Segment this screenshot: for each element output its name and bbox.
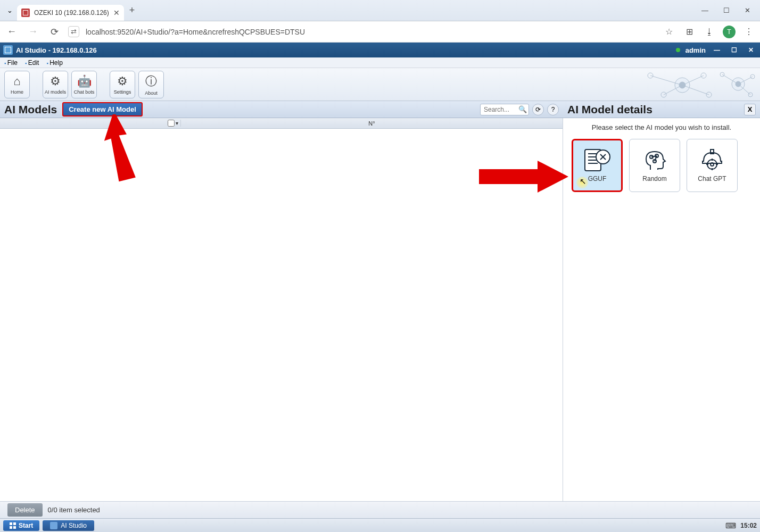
toolbar-about-label: About — [145, 90, 158, 96]
toolbar-settings-label: Settings — [114, 89, 131, 95]
model-card-gguf[interactable]: GGUF ↖ — [572, 139, 623, 192]
delete-button[interactable]: Delete — [7, 503, 43, 517]
details-title: AI Model details — [567, 103, 739, 116]
network-decoration-icon — [634, 69, 757, 100]
profile-avatar[interactable]: T — [723, 26, 736, 38]
toolbar-home-button[interactable]: ⌂ Home — [4, 71, 30, 98]
browser-menu-icon[interactable]: ⋮ — [742, 25, 756, 39]
site-settings-icon[interactable]: ⇄ — [68, 26, 79, 37]
browser-tab[interactable]: OZEKI 10 (192.168.0.126) ✕ — [17, 5, 124, 21]
app-user[interactable]: admin — [685, 46, 706, 54]
model-card-chatgpt[interactable]: Chat GPT — [687, 139, 738, 192]
toolbar-ai-models-button[interactable]: ⚙ AI models — [43, 71, 68, 98]
taskbar-app-ai-studio[interactable]: AI Studio — [43, 520, 94, 531]
svg-marker-36 — [104, 114, 144, 184]
reload-button[interactable]: ⟳ — [47, 24, 62, 39]
selection-status: 0/0 item selected — [48, 506, 100, 514]
app-minimize-icon[interactable]: — — [711, 45, 723, 55]
menu-help[interactable]: Help — [46, 59, 62, 66]
gear-icon: ⚙ — [50, 74, 61, 88]
address-url[interactable]: localhost:9520/AI+Studio/?a=Home&ncrefre… — [86, 28, 656, 36]
svg-marker-37 — [479, 161, 568, 193]
table-header-n: N° — [181, 120, 563, 127]
start-button[interactable]: Start — [3, 520, 39, 531]
taskbar-clock: 15:02 — [740, 522, 757, 529]
toolbar-chat-bots-button[interactable]: 🤖 Chat bots — [71, 71, 97, 98]
tab-favicon — [21, 9, 30, 17]
home-icon: ⌂ — [13, 74, 20, 88]
status-online-icon — [676, 48, 680, 52]
model-card-random[interactable]: Random — [629, 139, 680, 192]
app-maximize-icon[interactable]: ☐ — [728, 45, 740, 55]
new-tab-button[interactable]: + — [129, 5, 135, 16]
gear-hardhat-icon — [699, 148, 725, 172]
page-title: AI Models — [4, 103, 57, 116]
window-maximize-icon[interactable]: ☐ — [723, 6, 730, 14]
model-card-chatgpt-label: Chat GPT — [698, 175, 726, 182]
search-icon[interactable]: 🔍 — [518, 105, 527, 113]
tab-search-dropdown[interactable]: ⌄ — [2, 3, 17, 18]
details-close-button[interactable]: X — [744, 104, 756, 115]
downloads-icon[interactable]: ⭳ — [703, 25, 716, 39]
device-compass-icon — [583, 148, 612, 172]
info-icon: ⓘ — [145, 73, 157, 89]
model-card-gguf-label: GGUF — [588, 175, 607, 182]
app-title: AI Studio - 192.168.0.126 — [16, 46, 97, 54]
start-grid-icon — [10, 522, 16, 529]
extensions-icon[interactable]: ⊞ — [682, 25, 696, 39]
taskbar-app-label: AI Studio — [61, 522, 87, 529]
toolbar-home-label: Home — [11, 89, 23, 95]
svg-point-30 — [707, 160, 717, 169]
refresh-button[interactable]: ⟳ — [532, 104, 544, 115]
details-prompt: Please select the AI model you wish to i… — [572, 123, 751, 131]
tab-title: OZEKI 10 (192.168.0.126) — [34, 9, 109, 16]
toolbar-about-button[interactable]: ⓘ About — [138, 71, 164, 98]
bookmark-star-icon[interactable]: ☆ — [662, 25, 676, 39]
app-close-icon[interactable]: ✕ — [745, 45, 757, 55]
window-minimize-icon[interactable]: — — [701, 6, 708, 14]
menu-file[interactable]: File — [4, 59, 18, 66]
table-body-empty — [0, 129, 563, 501]
tab-close-icon[interactable]: ✕ — [113, 9, 120, 17]
annotation-arrow-create — [104, 114, 173, 189]
settings-icon: ⚙ — [117, 74, 128, 88]
help-button[interactable]: ? — [547, 104, 559, 115]
robot-icon: 🤖 — [77, 74, 92, 88]
cursor-pointer-icon: ↖ — [580, 177, 586, 186]
svg-point-31 — [711, 163, 714, 166]
forward-button[interactable]: → — [26, 24, 40, 39]
chevron-down-icon[interactable]: ▾ — [176, 120, 178, 126]
model-card-random-label: Random — [642, 175, 666, 182]
annotation-arrow-gguf — [479, 157, 569, 200]
taskbar-app-icon — [50, 522, 57, 529]
app-logo-icon — [3, 45, 13, 55]
toolbar-chat-bots-label: Chat bots — [74, 89, 95, 95]
back-button[interactable]: ← — [4, 24, 19, 39]
keyboard-icon[interactable]: ⌨ — [725, 521, 736, 530]
brain-head-icon — [642, 148, 667, 172]
menu-edit[interactable]: Edit — [25, 59, 39, 66]
toolbar-settings-button[interactable]: ⚙ Settings — [110, 71, 135, 98]
start-label: Start — [19, 522, 33, 529]
window-close-icon[interactable]: ✕ — [745, 6, 750, 14]
toolbar-ai-models-label: AI models — [45, 89, 66, 95]
